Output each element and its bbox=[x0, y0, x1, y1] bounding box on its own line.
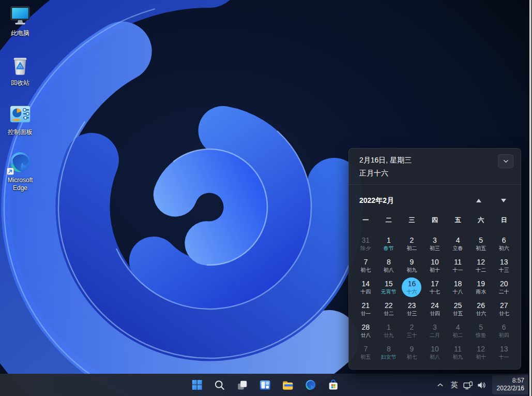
edge-taskbar-button[interactable] bbox=[300, 375, 321, 395]
day-lunar-label: 二月 bbox=[430, 332, 440, 339]
day-lunar-label: 除夕 bbox=[360, 245, 371, 252]
calendar-day-cell[interactable]: 15元宵节 bbox=[377, 277, 401, 298]
calendar-day-cell[interactable]: 5初五 bbox=[469, 233, 493, 254]
day-number: 25 bbox=[454, 301, 462, 310]
day-number: 23 bbox=[408, 301, 416, 310]
desktop-icon-label: Microsoft Edge bbox=[1, 177, 40, 192]
day-number: 11 bbox=[454, 345, 462, 353]
calendar-day-cell[interactable]: 12十二 bbox=[469, 255, 493, 276]
day-lunar-label: 雨水 bbox=[476, 288, 486, 295]
day-lunar-label: 初五 bbox=[476, 245, 486, 252]
desktop-icon-control-panel[interactable]: 控制面板 bbox=[0, 102, 40, 136]
weekday-label: 一 bbox=[354, 214, 377, 226]
calendar-day-cell[interactable]: 20二十 bbox=[492, 277, 515, 298]
tray-clock-button[interactable]: 8:57 2022/2/16 bbox=[492, 375, 529, 394]
desktop-icon-edge[interactable]: Microsoft Edge bbox=[0, 150, 40, 192]
tray-network-button[interactable] bbox=[462, 375, 475, 395]
day-number: 11 bbox=[454, 258, 462, 266]
calendar-month-label[interactable]: 2022年2月 bbox=[359, 195, 394, 206]
calendar-weekday-row: 一二三四五六日 bbox=[349, 214, 521, 226]
calendar-day-cell[interactable]: 18十八 bbox=[446, 277, 469, 298]
calendar-day-cell[interactable]: 25廿五 bbox=[446, 299, 469, 319]
calendar-day-cell[interactable]: 5惊蛰 bbox=[469, 320, 493, 341]
calendar-day-cell[interactable]: 4立春 bbox=[446, 233, 469, 254]
day-lunar-label: 初三 bbox=[430, 245, 440, 252]
shortcut-arrow-badge bbox=[7, 168, 14, 175]
search-button[interactable] bbox=[209, 375, 230, 395]
control-panel-icon bbox=[8, 102, 33, 127]
widgets-button[interactable] bbox=[255, 375, 275, 395]
calendar-day-cell[interactable]: 7初五 bbox=[354, 342, 377, 363]
day-lunar-label: 初十 bbox=[476, 354, 486, 360]
ethernet-icon bbox=[463, 380, 474, 390]
calendar-day-cell[interactable]: 12初十 bbox=[469, 342, 493, 363]
calendar-day-cell[interactable]: 4初二 bbox=[446, 320, 469, 341]
calendar-day-cell[interactable]: 2三十 bbox=[400, 320, 423, 341]
calendar-day-cell[interactable]: 3初三 bbox=[423, 233, 447, 254]
day-lunar-label: 廿八 bbox=[360, 332, 371, 339]
calendar-day-cell[interactable]: 31除夕 bbox=[354, 233, 377, 254]
day-number: 7 bbox=[363, 345, 368, 353]
day-lunar-label: 初七 bbox=[360, 267, 371, 273]
day-number: 2 bbox=[410, 323, 414, 331]
calendar-next-month-button[interactable] bbox=[498, 195, 509, 206]
calendar-day-cell[interactable]: 8初八 bbox=[377, 255, 401, 276]
calendar-day-cell[interactable]: 24廿四 bbox=[423, 299, 447, 319]
calendar-day-cell[interactable]: 9初九 bbox=[400, 255, 423, 276]
search-icon bbox=[214, 379, 226, 391]
day-number: 12 bbox=[477, 345, 485, 353]
taskbar-center-icons bbox=[187, 374, 343, 396]
weekday-label: 日 bbox=[492, 214, 515, 226]
day-lunar-label: 初五 bbox=[360, 354, 371, 360]
calendar-day-cell[interactable]: 26廿六 bbox=[469, 299, 493, 319]
start-button[interactable] bbox=[187, 375, 207, 395]
calendar-day-cell[interactable]: 13十三 bbox=[492, 255, 515, 276]
calendar-day-cell[interactable]: 11初九 bbox=[446, 342, 469, 363]
calendar-day-cell[interactable]: 8妇女节 bbox=[377, 342, 401, 363]
calendar-day-cell[interactable]: 14十四 bbox=[354, 277, 377, 298]
day-number: 10 bbox=[431, 258, 439, 266]
calendar-day-cell[interactable]: 2初二 bbox=[400, 233, 423, 254]
tray-ime-indicator[interactable]: 英 bbox=[448, 375, 461, 395]
calendar-day-cell[interactable]: 17十七 bbox=[423, 277, 447, 298]
desktop-icon-this-pc[interactable]: 此电脑 bbox=[0, 3, 40, 37]
desktop-icon-recycle-bin[interactable]: 回收站 bbox=[0, 53, 40, 87]
day-number: 18 bbox=[454, 280, 462, 288]
calendar-day-cell[interactable]: 10初十 bbox=[423, 255, 447, 276]
clock-date: 2022/2/16 bbox=[497, 385, 524, 392]
microsoft-store-button[interactable] bbox=[323, 375, 343, 395]
calendar-grid: 31除夕1春节2初二3初三4立春5初五6初六7初七8初八9初九10初十11十一1… bbox=[349, 233, 521, 369]
task-view-button[interactable] bbox=[232, 375, 252, 395]
calendar-day-cell[interactable]: 6初六 bbox=[492, 233, 515, 254]
calendar-day-cell[interactable]: 28廿八 bbox=[354, 320, 377, 341]
calendar-day-cell[interactable]: 11十一 bbox=[446, 255, 469, 276]
calendar-day-cell[interactable]: 9初七 bbox=[400, 342, 423, 363]
day-lunar-label: 二十 bbox=[499, 288, 509, 295]
triangle-down-icon bbox=[501, 199, 506, 202]
day-number: 3 bbox=[433, 323, 437, 331]
calendar-day-cell[interactable]: 7初七 bbox=[354, 255, 377, 276]
calendar-day-cell[interactable]: 23廿三 bbox=[400, 299, 423, 319]
calendar-day-cell[interactable]: 21廿一 bbox=[354, 299, 377, 319]
speaker-icon bbox=[477, 381, 487, 389]
calendar-day-cell[interactable]: 19雨水 bbox=[469, 277, 493, 298]
calendar-day-cell[interactable]: 3二月 bbox=[423, 320, 447, 341]
tray-volume-button[interactable] bbox=[476, 375, 489, 395]
calendar-day-cell[interactable]: 13十一 bbox=[492, 342, 515, 363]
calendar-day-cell[interactable]: 1廿九 bbox=[377, 320, 401, 341]
calendar-day-cell[interactable]: 1春节 bbox=[377, 233, 401, 254]
day-number: 1 bbox=[387, 323, 391, 331]
widgets-icon bbox=[259, 379, 271, 391]
day-number: 4 bbox=[456, 323, 460, 331]
calendar-day-cell[interactable]: 27廿七 bbox=[492, 299, 515, 319]
calendar-day-cell[interactable]: 22廿二 bbox=[377, 299, 401, 319]
calendar-day-cell[interactable]: 6初四 bbox=[492, 320, 515, 341]
day-lunar-label: 三十 bbox=[406, 332, 417, 339]
calendar-collapse-button[interactable] bbox=[498, 154, 513, 168]
calendar-day-cell[interactable]: 16十六 bbox=[400, 277, 423, 298]
calendar-prev-month-button[interactable] bbox=[473, 195, 484, 206]
file-explorer-button[interactable] bbox=[278, 375, 298, 395]
day-lunar-label: 廿七 bbox=[499, 310, 509, 317]
tray-show-hidden-icons-button[interactable] bbox=[434, 375, 447, 395]
calendar-day-cell[interactable]: 10初八 bbox=[423, 342, 447, 363]
